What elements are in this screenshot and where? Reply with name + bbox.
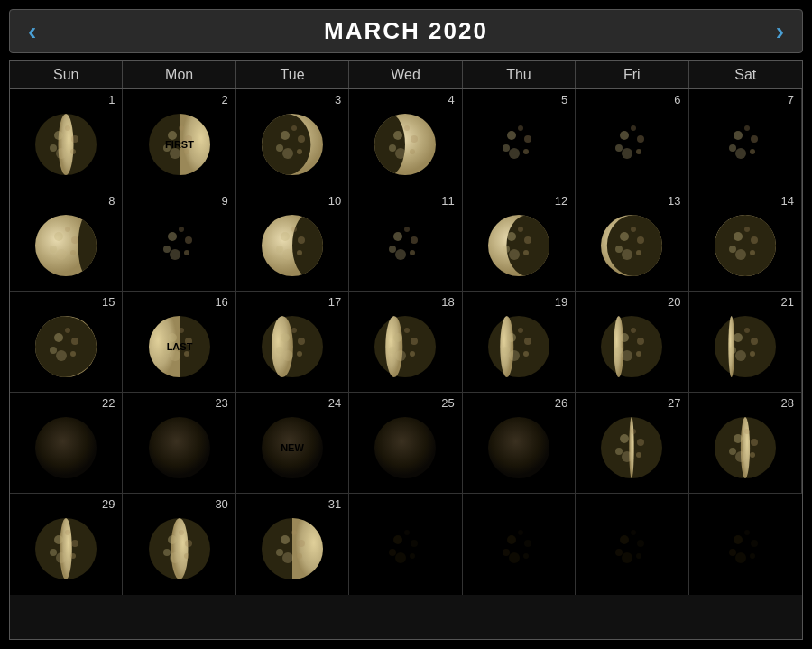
calendar-cell[interactable]: 3	[236, 89, 349, 190]
calendar-cell[interactable]: 2 FIRST	[123, 89, 235, 190]
calendar-cell[interactable]: 29	[10, 494, 123, 595]
svg-point-214	[185, 540, 192, 547]
svg-point-165	[636, 351, 641, 357]
svg-point-252	[729, 549, 736, 556]
svg-point-204	[54, 535, 63, 544]
calendar-cell[interactable]: 19	[463, 292, 576, 393]
moon-phase-icon	[486, 112, 551, 177]
date-number: 18	[441, 295, 454, 309]
calendar-cell[interactable]: 25	[349, 393, 462, 494]
calendar-cells: 1	[10, 89, 802, 595]
svg-point-29	[393, 131, 402, 140]
svg-point-19	[262, 114, 310, 175]
date-number: 29	[102, 497, 115, 511]
svg-point-103	[636, 250, 641, 255]
svg-point-140	[291, 328, 297, 333]
calendar-cell[interactable]: 27	[576, 393, 688, 494]
svg-point-223	[297, 553, 302, 559]
calendar-cell[interactable]: 16 LAST	[123, 292, 235, 393]
svg-point-243	[622, 552, 632, 563]
svg-point-23	[297, 149, 302, 154]
prev-button[interactable]: ‹	[28, 19, 36, 44]
svg-point-147	[410, 351, 415, 357]
calendar-cell[interactable]	[349, 494, 462, 595]
calendar-cell[interactable]	[689, 494, 802, 595]
svg-point-77	[282, 249, 293, 260]
calendar-cell[interactable]: 7	[689, 89, 802, 190]
svg-point-22	[282, 148, 293, 159]
svg-text:LAST: LAST	[166, 341, 192, 352]
svg-point-15	[179, 125, 184, 131]
calendar-cell[interactable]: 18	[349, 292, 462, 393]
calendar-cell[interactable]: 30	[123, 494, 235, 595]
calendar-cell[interactable]: 1	[10, 89, 123, 190]
svg-point-108	[715, 215, 776, 276]
svg-point-44	[637, 135, 644, 143]
calendar-cell[interactable]: 24 NEW	[236, 393, 349, 494]
svg-point-136	[298, 338, 305, 345]
header-thu: Thu	[463, 61, 576, 88]
svg-point-143	[386, 316, 403, 377]
calendar-cell[interactable]: 28	[689, 393, 802, 494]
svg-point-112	[750, 250, 755, 255]
calendar-cell[interactable]: 4	[349, 89, 462, 190]
calendar-cell[interactable]: 10	[236, 190, 349, 292]
svg-point-218	[179, 530, 184, 535]
svg-point-68	[170, 249, 180, 260]
calendar-cell[interactable]: 13	[576, 190, 688, 292]
calendar-cell[interactable]: 11	[349, 190, 462, 292]
header-fri: Fri	[576, 61, 688, 88]
svg-point-248	[734, 535, 743, 544]
svg-point-118	[54, 333, 63, 342]
date-number: 19	[555, 295, 567, 309]
moon-phase-icon	[33, 213, 98, 278]
calendar-cell[interactable]: 23	[123, 393, 235, 494]
moon-phase-icon	[599, 314, 664, 379]
svg-point-169	[715, 316, 776, 377]
next-button[interactable]: ›	[776, 19, 784, 44]
svg-point-24	[276, 144, 283, 152]
calendar-cell[interactable]: 12	[463, 190, 576, 292]
svg-point-221	[298, 540, 305, 547]
svg-point-181	[374, 417, 436, 478]
svg-point-215	[170, 552, 180, 563]
svg-point-138	[297, 351, 302, 357]
svg-point-190	[615, 448, 623, 455]
date-number: 21	[781, 295, 794, 309]
moon-phase-icon	[373, 516, 438, 581]
moon-phase-icon	[33, 516, 98, 581]
svg-point-99	[607, 215, 662, 276]
header-mon: Mon	[123, 61, 235, 88]
calendar-cell[interactable]: 9	[123, 190, 235, 292]
moon-phase-icon	[373, 112, 438, 177]
svg-point-114	[744, 227, 750, 232]
calendar-cell[interactable]: 8	[10, 190, 123, 292]
calendar-cell[interactable]	[576, 494, 688, 595]
header-sat: Sat	[689, 61, 802, 88]
calendar-cell[interactable]: 22	[10, 393, 123, 494]
date-number: 20	[668, 295, 680, 309]
svg-point-199	[729, 448, 736, 455]
calendar-cell[interactable]: 20	[576, 292, 688, 393]
calendar-cell[interactable]	[463, 494, 576, 595]
moon-phase-icon: LAST	[147, 314, 212, 379]
moon-phase-icon	[260, 213, 325, 278]
calendar-cell[interactable]: 26	[463, 393, 576, 494]
calendar-cell[interactable]: 17	[236, 292, 349, 393]
calendar-cell[interactable]: 14	[689, 190, 802, 292]
svg-point-203	[60, 518, 72, 579]
calendar-cell[interactable]: 15	[10, 292, 123, 393]
date-number: 7	[788, 93, 794, 107]
calendar-cell[interactable]: 21	[689, 292, 802, 393]
svg-point-238	[503, 549, 510, 556]
calendar-cell[interactable]: 31	[236, 494, 349, 595]
calendar-cell[interactable]: 6	[576, 89, 688, 190]
svg-point-25	[291, 125, 297, 131]
moon-phase-icon	[373, 213, 438, 278]
date-number: 25	[441, 396, 454, 410]
calendar-cell[interactable]: 5	[463, 89, 576, 190]
svg-point-249	[751, 540, 758, 547]
svg-point-28	[374, 114, 405, 175]
svg-point-226	[374, 518, 436, 579]
svg-point-47	[615, 144, 623, 152]
